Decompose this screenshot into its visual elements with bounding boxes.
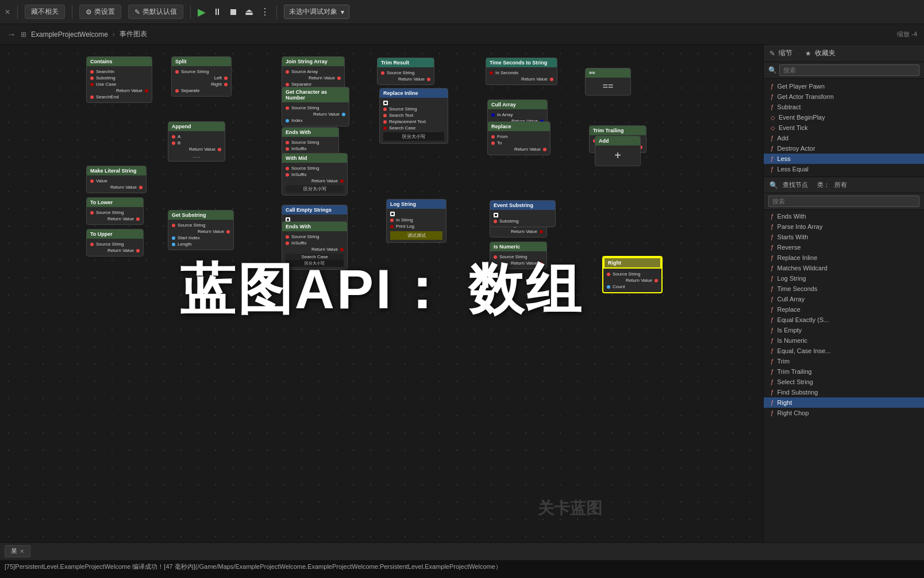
favorites-item[interactable]: ◇Event BeginPlay	[764, 112, 924, 123]
search-find-icon: 🔍	[769, 181, 778, 189]
function-icon: ƒ	[771, 338, 774, 344]
node-list-item[interactable]: ƒLog String	[764, 273, 924, 284]
split-node[interactable]: Split Source String Left Right Separate	[171, 56, 232, 97]
irrelevant-label: 藏不相关	[31, 7, 59, 17]
function-icon: ƒ	[771, 317, 774, 323]
eq-node[interactable]: == ==	[585, 68, 631, 95]
right-node[interactable]: Right Source String Return Value Count	[602, 256, 663, 293]
defaults-label: 类默认认值	[143, 7, 177, 17]
contains-node[interactable]: Contains SearchIn Substring Use Case Ret…	[86, 56, 152, 103]
node-list-item[interactable]: ƒFind Substring	[764, 387, 924, 397]
eject-button[interactable]: ⏏	[245, 6, 253, 17]
back-icon[interactable]: →	[7, 29, 16, 40]
debug-dropdown[interactable]: 未选中调试对象 ▾	[284, 5, 349, 19]
find-search-input[interactable]	[768, 196, 919, 207]
time-seconds-node[interactable]: Time Seconds to String In Seconds Return…	[486, 58, 557, 85]
trim-node[interactable]: Trim Result Source String Return Value	[377, 58, 434, 85]
to-upper-node[interactable]: To Upper Source String Return Value	[86, 229, 144, 257]
favorites-item[interactable]: ƒGet Player Pawn	[764, 81, 924, 91]
favorites-item[interactable]: ◇Event Tick	[764, 123, 924, 133]
log-string-header: Log String	[387, 200, 446, 209]
node-item-label: Starts With	[777, 234, 808, 240]
node-item-label: Right	[777, 399, 792, 406]
add-node[interactable]: Add +	[595, 136, 641, 166]
node-item-label: Log String	[777, 275, 806, 282]
replace-inline-header: Replace Inline	[380, 89, 448, 98]
get-char-node[interactable]: Get Character as Number Source String Re…	[282, 87, 349, 127]
node-list-item[interactable]: ƒTime Seconds	[764, 284, 924, 294]
join-array-header: Join String Array	[282, 57, 344, 66]
node-list-item[interactable]: ƒTrim Trailing	[764, 366, 924, 377]
output-tab[interactable]: 果 ✕	[5, 545, 30, 557]
favorites-item[interactable]: ƒLess Equal	[764, 164, 924, 174]
favorites-item[interactable]: ƒAdd	[764, 133, 924, 143]
function-icon: ƒ	[771, 244, 774, 251]
breadcrumb-project[interactable]: ExampleProjectWelcome	[31, 30, 108, 39]
function-icon: ƒ	[771, 146, 774, 152]
node-list-item[interactable]: ƒTrim	[764, 356, 924, 366]
defaults-button[interactable]: ✎ 类默认认值	[128, 5, 183, 19]
to-lower-node[interactable]: To Lower Source String Return Value	[86, 197, 144, 225]
fav-item-label: Get Actor Transform	[777, 93, 834, 100]
node-list-item[interactable]: ƒReplace Inline	[764, 252, 924, 263]
with-mid-node[interactable]: With Mid Source String InSuffix Return V…	[282, 153, 348, 196]
section1-title: 缩节	[779, 48, 792, 58]
make-literal-node[interactable]: Make Literal String Value Return Value	[86, 166, 147, 193]
node-list-item[interactable]: ƒStarts With	[764, 232, 924, 242]
trim-trailing-header: Trim Trailing	[590, 126, 646, 135]
fav-item-label: Subtract	[777, 104, 801, 110]
node-list-item[interactable]: ƒRight Chop	[764, 408, 924, 418]
debug-label: 未选中调试对象	[289, 7, 337, 17]
node-list-item[interactable]: ƒSelect String	[764, 377, 924, 387]
is-numeric-node[interactable]: Is Numeric Source String Return Value	[490, 242, 547, 269]
get-substring-node[interactable]: Get Substring Source String Return Value…	[168, 210, 234, 250]
settings-button[interactable]: ⚙ 类设置	[79, 5, 121, 19]
to-upper-header: To Upper	[87, 229, 143, 239]
stop-button[interactable]: ⏹	[229, 7, 238, 17]
join-array-node[interactable]: Join String Array Source Array Return Va…	[282, 56, 345, 90]
play-button[interactable]: ▶	[198, 6, 206, 18]
node-list-item[interactable]: ƒCull Array	[764, 294, 924, 304]
replace-inline-node[interactable]: Replace Inline Source String Search Text…	[379, 88, 448, 144]
append-node[interactable]: Append A B Return Value ......	[168, 121, 225, 162]
watermark-text: 关卡蓝图	[538, 497, 602, 519]
favorites-search-input[interactable]	[779, 64, 919, 76]
blueprint-canvas[interactable]: Contains SearchIn Substring Use Case Ret…	[0, 45, 763, 542]
tab-close-icon[interactable]: ✕	[5, 8, 10, 16]
pause-button[interactable]: ⏸	[213, 7, 222, 17]
node-list-item[interactable]: ƒIs Numeric	[764, 335, 924, 346]
node-list-item[interactable]: ƒMatches Wildcard	[764, 263, 924, 273]
irrelevant-button[interactable]: 藏不相关	[25, 5, 65, 19]
favorites-item[interactable]: ƒGet Actor Transform	[764, 91, 924, 102]
function-icon: ƒ	[771, 379, 774, 385]
more-button[interactable]: ⋮	[260, 6, 270, 17]
function-icon: ƒ	[771, 156, 774, 162]
node-item-label: Find Substring	[777, 389, 818, 396]
node-list-item[interactable]: ƒReverse	[764, 242, 924, 252]
right-header: Right	[603, 257, 661, 269]
fav-item-label: Event Tick	[779, 124, 808, 131]
ends-with2-node[interactable]: Ends With Source String InSuffix Return …	[282, 221, 348, 270]
function-icon: ƒ	[771, 224, 774, 230]
get-char-header: Get Character as Number	[282, 87, 349, 102]
breadcrumb-page[interactable]: 事件图表	[120, 29, 147, 39]
favorites-item[interactable]: ƒSubtract	[764, 102, 924, 112]
node-item-label: Equal Exactly (S...	[777, 316, 829, 323]
event-sub-node[interactable]: Event Substring Substring	[490, 200, 556, 227]
search-icon: 🔍	[768, 66, 777, 74]
node-list-item[interactable]: ƒEqual Exactly (S...	[764, 315, 924, 325]
output-tab-close[interactable]: ✕	[20, 548, 24, 554]
find-node-header: 🔍 查找节点 类： 所有	[764, 177, 924, 193]
node-list-item[interactable]: ƒEnds With	[764, 211, 924, 221]
favorites-item[interactable]: ƒLess	[764, 154, 924, 164]
node-item-label: Cull Array	[777, 296, 805, 303]
function-icon: ƒ	[771, 358, 774, 365]
node-list-item[interactable]: ƒReplace	[764, 304, 924, 315]
node-list-item[interactable]: ƒRight	[764, 397, 924, 408]
node-list-item[interactable]: ƒParse Into Array	[764, 221, 924, 232]
node-list-item[interactable]: ƒIs Empty	[764, 325, 924, 335]
replace-node[interactable]: Replace From To Return Value	[487, 121, 550, 155]
node-list-item[interactable]: ƒEqual, Case Inse...	[764, 346, 924, 356]
log-string-node[interactable]: Log String In String Print Log 调试调试	[386, 199, 446, 243]
favorites-item[interactable]: ƒDestroy Actor	[764, 143, 924, 154]
